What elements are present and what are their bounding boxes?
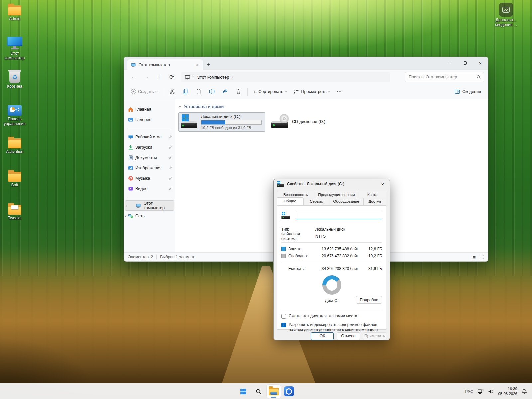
refresh-button[interactable]: ⟳ xyxy=(166,72,177,82)
sidebar-item-music[interactable]: Музыка xyxy=(124,173,175,183)
sidebar-item-desktop[interactable]: Рабочий стол xyxy=(124,132,175,142)
details-pane-icon xyxy=(454,89,460,95)
sidebar-item-documents[interactable]: Документы xyxy=(124,152,175,163)
tab-security[interactable]: Безопасность xyxy=(277,191,314,198)
tab-general[interactable]: Общие xyxy=(277,197,303,205)
sidebar-item-home[interactable]: Главная xyxy=(124,104,175,114)
sidebar-item-network[interactable]: › Сеть xyxy=(124,211,175,221)
sort-button[interactable]: ↑↓ Сортировать › xyxy=(250,86,289,97)
music-icon xyxy=(128,176,133,181)
capacity-label: Емкость: xyxy=(288,266,316,271)
dialog-close-icon[interactable]: × xyxy=(376,179,390,189)
copy-button[interactable] xyxy=(179,86,192,97)
compress-checkbox[interactable] xyxy=(281,314,286,319)
cancel-button[interactable]: Отмена xyxy=(337,332,360,340)
share-button[interactable] xyxy=(219,86,231,97)
desktop-icon-admin[interactable]: Admin xyxy=(0,3,29,21)
apply-button[interactable]: Применить xyxy=(363,332,386,340)
gallery-icon xyxy=(128,117,133,122)
start-button[interactable] xyxy=(236,385,250,398)
details-view-icon[interactable]: ≡ xyxy=(473,254,476,260)
desktop-icon-label: Этот компьютер xyxy=(0,51,29,61)
chevron-right-icon[interactable]: › xyxy=(232,75,233,80)
close-button[interactable]: × xyxy=(473,57,488,69)
taskbar-clock[interactable]: 16:39 05.03.2026 xyxy=(498,386,517,396)
index-checkbox-row[interactable]: ✓ Разрешить индексировать содержимое фай… xyxy=(281,322,382,332)
paste-button[interactable] xyxy=(192,86,205,97)
tab-tools[interactable]: Сервис xyxy=(303,198,329,205)
maximize-button[interactable] xyxy=(458,57,473,69)
sidebar-item-pictures[interactable]: Изображения xyxy=(124,163,175,173)
details-pane-button[interactable]: Сведения xyxy=(451,86,484,97)
volume-label-input[interactable] xyxy=(296,211,382,219)
desktop-icon-this-pc[interactable]: Этот компьютер xyxy=(0,36,29,61)
network-tray-icon[interactable] xyxy=(477,388,484,395)
taskbar-outlook-button[interactable] xyxy=(282,385,296,398)
create-button[interactable]: + Создать › xyxy=(128,86,160,97)
address-bar[interactable]: › Этот компьютер › xyxy=(181,72,390,82)
toolbar-separator xyxy=(247,88,248,96)
tab-close-icon[interactable]: × xyxy=(194,62,200,68)
cut-button[interactable] xyxy=(166,86,178,97)
network-icon xyxy=(128,213,133,219)
thumbnails-view-icon[interactable] xyxy=(480,255,484,259)
back-button[interactable]: ← xyxy=(128,72,139,82)
taskbar: РУС 16:39 05.03.2026 z xyxy=(0,383,532,399)
rename-button[interactable] xyxy=(205,86,218,97)
search-input[interactable] xyxy=(409,75,476,79)
sidebar-item-videos[interactable]: Видео xyxy=(124,183,175,194)
forward-button[interactable]: → xyxy=(141,72,152,82)
search-box[interactable] xyxy=(405,72,484,82)
volume-tray-icon[interactable] xyxy=(488,388,494,395)
tab-previous-versions[interactable]: Предыдущие версии xyxy=(315,191,359,198)
windows-logo-icon xyxy=(240,388,246,395)
search-icon xyxy=(476,75,481,79)
pin-icon xyxy=(168,145,172,150)
desktop-icon-control-panel[interactable]: Панель управления xyxy=(0,103,29,126)
ok-button[interactable]: ОК xyxy=(311,332,334,340)
minimize-button[interactable] xyxy=(442,57,458,69)
desktop-icon-tweaks[interactable]: Tweaks xyxy=(0,203,29,221)
copy-icon xyxy=(182,88,189,95)
drive-c-tile[interactable]: Локальный диск (C:) 19,2 ГБ свободно из … xyxy=(178,112,265,132)
taskbar-file-explorer-button[interactable] xyxy=(267,385,281,398)
expand-chevron-icon[interactable]: › xyxy=(126,204,127,208)
new-tab-button[interactable]: + xyxy=(203,60,214,69)
explorer-tab[interactable]: Этот компьютер × xyxy=(127,59,203,70)
sidebar-item-gallery[interactable]: Галерея xyxy=(124,114,175,125)
desktop-icon-activation[interactable]: Activation xyxy=(0,136,29,154)
file-explorer-icon xyxy=(269,388,279,395)
expand-chevron-icon[interactable]: › xyxy=(125,214,126,218)
sidebar-item-this-pc[interactable]: › Этот компьютер xyxy=(125,200,174,211)
ellipsis-icon: ••• xyxy=(337,90,342,94)
items-count: Элементов: 2 xyxy=(128,255,153,259)
dialog-title: Свойства: Локальный диск (C:) xyxy=(287,182,344,186)
folder-icon xyxy=(8,172,21,182)
delete-button[interactable] xyxy=(232,86,245,97)
breadcrumb-this-pc[interactable]: Этот компьютер xyxy=(197,75,229,80)
notification-bell-icon[interactable]: z xyxy=(521,388,527,394)
explorer-tab-bar: Этот компьютер × + × xyxy=(124,57,488,70)
view-button[interactable]: Просмотреть › xyxy=(290,86,333,97)
tab-sharing[interactable]: Доступ xyxy=(363,198,386,205)
sidebar-item-downloads[interactable]: Загрузки xyxy=(124,142,175,152)
more-options-button[interactable]: ••• xyxy=(333,86,346,97)
up-button[interactable]: ↑ xyxy=(153,72,165,82)
index-checkbox[interactable]: ✓ xyxy=(281,323,286,327)
desktop-icon-additional-info[interactable]: Дополнит...сведения ... xyxy=(491,3,521,27)
tab-hardware[interactable]: Оборудование xyxy=(330,198,363,205)
group-header-devices[interactable]: › Устройства и диски xyxy=(178,104,488,109)
details-button[interactable]: Подробно xyxy=(356,296,382,304)
tab-quota[interactable]: Квота xyxy=(359,191,386,198)
desktop-icon-soft[interactable]: Soft xyxy=(0,170,29,188)
compress-checkbox-row[interactable]: Сжать этот диск для экономии места xyxy=(281,314,382,319)
desktop-icon-recycle-bin[interactable]: ♻ Корзина xyxy=(0,70,29,89)
properties-dialog: Свойства: Локальный диск (C:) × Безопасн… xyxy=(273,179,390,340)
drive-d-tile[interactable]: CD-дисковод (D:) xyxy=(269,112,329,131)
search-button[interactable] xyxy=(251,385,265,398)
drive-c-usage-bar xyxy=(201,120,262,125)
desktop-icon-label: Activation xyxy=(6,150,23,154)
language-indicator[interactable]: РУС xyxy=(465,389,473,394)
selection-info: Выбран 1 элемент xyxy=(160,255,194,259)
folder-icon xyxy=(8,5,21,15)
